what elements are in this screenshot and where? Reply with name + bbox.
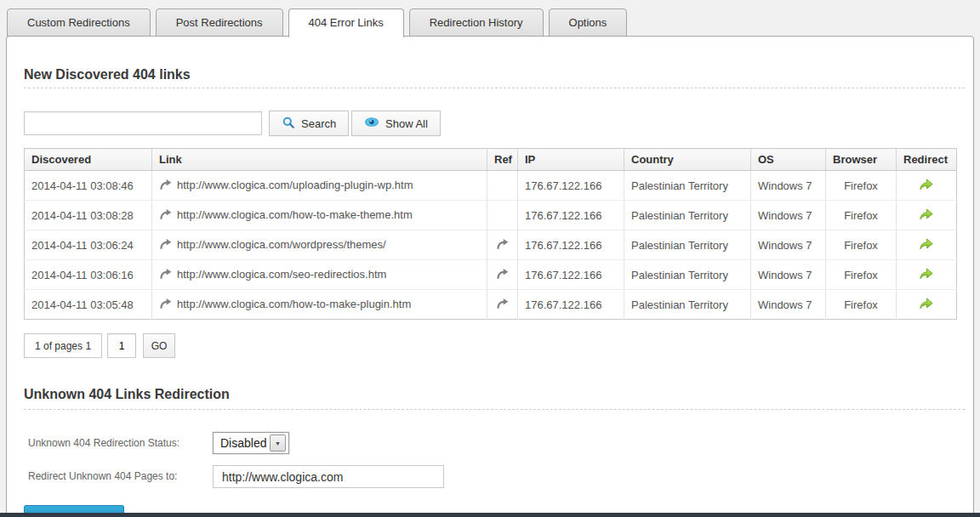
404-error-links-panel: New Discovered 404 links Search (6, 36, 974, 517)
tab-label: 404 Error Links (309, 16, 384, 29)
tab-404-error-links[interactable]: 404 Error Links (288, 9, 404, 37)
cell-ref (487, 260, 518, 290)
cell-redirect (897, 171, 957, 201)
green-forward-arrow-icon[interactable] (919, 237, 934, 253)
cell-browser: Firefox (826, 260, 897, 290)
tab-custom-redirections[interactable]: Custom Redirections (7, 9, 151, 37)
link-url: http://www.clogica.com/uploading-plugin-… (177, 179, 413, 191)
tab-label: Redirection History (430, 16, 523, 29)
cell-ref (487, 230, 518, 260)
table-row: 2014-04-11 03:06:16 http://www.clogica.c… (25, 260, 957, 290)
link-url: http://www.clogica.com/how-to-make-theme… (177, 208, 413, 221)
tab-label: Options (569, 16, 607, 29)
redirect-target-label: Redirect Unknown 404 Pages to: (28, 470, 177, 482)
cell-link: http://www.clogica.com/uploading-plugin-… (152, 171, 487, 201)
cell-discovered: 2014-04-11 03:08:46 (25, 171, 152, 201)
tab-redirection-history[interactable]: Redirection History (409, 9, 544, 37)
table-row: 2014-04-11 03:05:48 http://www.clogica.c… (25, 290, 957, 320)
table-row: 2014-04-11 03:06:24 http://www.clogica.c… (25, 230, 957, 260)
column-header-ref: Ref (487, 149, 518, 171)
cell-os: Windows 7 (751, 260, 826, 290)
cell-redirect (897, 230, 957, 260)
redirection-status-select[interactable]: Disabled ▼ (213, 432, 289, 454)
curved-arrow-icon (496, 238, 509, 253)
magnifier-icon (282, 116, 295, 132)
discovered-404-table: DiscoveredLinkRefIPCountryOSBrowserRedir… (24, 148, 957, 320)
section-divider (24, 409, 965, 410)
show-all-button-label: Show All (385, 117, 428, 130)
cell-ref (487, 290, 518, 320)
column-header-ip: IP (518, 149, 624, 171)
bottom-dark-bar (0, 513, 980, 517)
redirection-status-value: Disabled (214, 436, 266, 450)
link-url: http://www.clogica.com/seo-redirectios.h… (177, 268, 386, 281)
cell-ref (487, 171, 518, 201)
column-header-os: OS (751, 149, 826, 171)
cell-ip: 176.67.122.166 (518, 201, 624, 230)
cell-link: http://www.clogica.com/how-to-make-theme… (152, 201, 487, 230)
curved-arrow-icon (159, 298, 172, 312)
page-number-input[interactable] (107, 333, 136, 358)
search-button-label: Search (301, 117, 336, 130)
show-all-button[interactable]: Show All (351, 111, 441, 136)
link-url: http://www.clogica.com/how-to-make-plugi… (177, 298, 411, 310)
cell-country: Palestinian Territory (624, 260, 751, 290)
cell-country: Palestinian Territory (624, 171, 751, 201)
cell-ip: 176.67.122.166 (518, 260, 624, 290)
green-forward-arrow-icon[interactable] (919, 207, 934, 223)
cell-link: http://www.clogica.com/seo-redirectios.h… (152, 260, 487, 290)
eye-icon (364, 116, 379, 130)
cell-link: http://www.clogica.com/wordpress/themes/ (152, 230, 487, 260)
table-row: 2014-04-11 03:08:28 http://www.clogica.c… (25, 201, 957, 230)
cell-browser: Firefox (826, 230, 897, 260)
curved-arrow-icon (159, 238, 172, 253)
curved-arrow-icon (159, 179, 172, 193)
cell-country: Palestinian Territory (624, 290, 751, 320)
cell-discovered: 2014-04-11 03:08:28 (25, 201, 152, 230)
cell-os: Windows 7 (751, 290, 826, 320)
curved-arrow-icon (159, 268, 172, 282)
cell-ip: 176.67.122.166 (518, 230, 624, 260)
unknown-section-heading: Unknown 404 Links Redirection (24, 387, 230, 402)
column-header-country: Country (624, 149, 751, 171)
cell-link: http://www.clogica.com/how-to-make-plugi… (152, 290, 487, 320)
cell-country: Palestinian Territory (624, 201, 751, 230)
green-forward-arrow-icon[interactable] (919, 178, 934, 193)
search-input[interactable] (24, 111, 262, 135)
cell-ref (487, 201, 518, 230)
cell-ip: 176.67.122.166 (518, 171, 624, 201)
cell-discovered: 2014-04-11 03:06:24 (25, 230, 152, 260)
redirection-status-label: Unknown 404 Redirection Status: (28, 437, 179, 449)
green-forward-arrow-icon[interactable] (919, 267, 934, 282)
section-divider (24, 88, 965, 88)
column-header-browser: Browser (826, 149, 897, 171)
tab-bar: Custom Redirections Post Redirections 40… (7, 9, 627, 37)
cell-browser: Firefox (826, 171, 897, 201)
cell-os: Windows 7 (751, 171, 826, 201)
cell-browser: Firefox (826, 201, 897, 230)
go-button[interactable]: GO (143, 333, 175, 358)
search-button[interactable]: Search (269, 111, 349, 136)
tab-label: Custom Redirections (27, 16, 130, 29)
curved-arrow-icon (496, 268, 509, 282)
pagination-summary: 1 of pages 1 (24, 333, 102, 358)
cell-ip: 176.67.122.166 (518, 290, 624, 320)
column-header-redirect: Redirect (897, 149, 957, 171)
table-header-row: DiscoveredLinkRefIPCountryOSBrowserRedir… (25, 149, 957, 171)
cell-country: Palestinian Territory (624, 230, 751, 260)
cell-discovered: 2014-04-11 03:06:16 (25, 260, 152, 290)
curved-arrow-icon (496, 298, 509, 312)
column-header-discovered: Discovered (25, 149, 152, 171)
cell-os: Windows 7 (751, 201, 826, 230)
tab-post-redirections[interactable]: Post Redirections (156, 9, 283, 37)
cell-redirect (897, 290, 957, 320)
redirect-target-input[interactable] (213, 465, 444, 488)
table-row: 2014-04-11 03:08:46 http://www.clogica.c… (25, 171, 957, 201)
cell-redirect (897, 201, 957, 230)
tab-options[interactable]: Options (549, 9, 628, 37)
plugin-admin-screen: Custom Redirections Post Redirections 40… (0, 0, 980, 517)
green-forward-arrow-icon[interactable] (919, 297, 934, 312)
column-header-link: Link (152, 149, 487, 171)
cell-os: Windows 7 (751, 230, 826, 260)
cell-discovered: 2014-04-11 03:05:48 (25, 290, 152, 320)
